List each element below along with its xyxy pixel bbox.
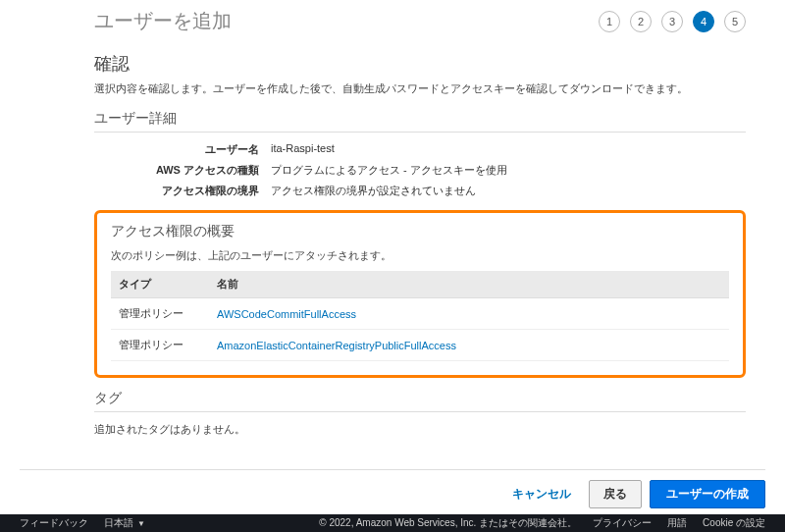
policy-type: 管理ポリシー bbox=[111, 298, 209, 330]
col-header-name: 名前 bbox=[209, 271, 729, 298]
footer-cookie[interactable]: Cookie の設定 bbox=[703, 516, 765, 530]
back-button[interactable]: 戻る bbox=[589, 480, 642, 508]
footer-privacy[interactable]: プライバシー bbox=[593, 516, 652, 530]
footer-terms[interactable]: 用語 bbox=[667, 516, 687, 530]
label-username: ユーザー名 bbox=[94, 142, 271, 157]
tags-title: タグ bbox=[94, 390, 746, 412]
value-perm-boundary: アクセス権限の境界が設定されていません bbox=[271, 184, 476, 198]
policy-link[interactable]: AmazonElasticContainerRegistryPublicFull… bbox=[217, 340, 456, 351]
wizard-steps: 1 2 3 4 5 bbox=[599, 11, 746, 32]
label-perm-boundary: アクセス権限の境界 bbox=[94, 184, 271, 198]
table-row: 管理ポリシー AWSCodeCommitFullAccess bbox=[111, 298, 729, 330]
footer: フィードバック 日本語 ▼ © 2022, Amazon Web Service… bbox=[0, 514, 785, 532]
create-user-button[interactable]: ユーザーの作成 bbox=[650, 480, 765, 508]
step-2[interactable]: 2 bbox=[630, 11, 652, 32]
value-username: ita-Raspi-test bbox=[271, 142, 335, 157]
step-3[interactable]: 3 bbox=[661, 11, 683, 32]
confirm-title: 確認 bbox=[94, 52, 746, 76]
tags-empty: 追加されたタグはありません。 bbox=[94, 422, 746, 437]
footer-copyright: © 2022, Amazon Web Services, Inc. またはその関… bbox=[319, 516, 577, 530]
permissions-desc: 次のポリシー例は、上記のユーザーにアタッチされます。 bbox=[111, 248, 729, 263]
step-4[interactable]: 4 bbox=[693, 11, 714, 32]
label-access-type: AWS アクセスの種類 bbox=[94, 163, 271, 178]
col-header-type: タイプ bbox=[111, 271, 209, 298]
value-access-type: プログラムによるアクセス - アクセスキーを使用 bbox=[271, 163, 507, 178]
footer-language[interactable]: 日本語 ▼ bbox=[104, 516, 145, 530]
table-row: 管理ポリシー AmazonElasticContainerRegistryPub… bbox=[111, 330, 729, 361]
policy-type: 管理ポリシー bbox=[111, 330, 209, 361]
confirm-desc: 選択内容を確認します。ユーザーを作成した後で、自動生成パスワードとアクセスキーを… bbox=[94, 81, 746, 96]
permissions-highlight: アクセス権限の概要 次のポリシー例は、上記のユーザーにアタッチされます。 タイプ… bbox=[94, 210, 746, 378]
policy-table: タイプ 名前 管理ポリシー AWSCodeCommitFullAccess 管理… bbox=[111, 271, 729, 361]
footer-language-label: 日本語 bbox=[104, 516, 133, 530]
step-1[interactable]: 1 bbox=[599, 11, 620, 32]
cancel-button[interactable]: キャンセル bbox=[502, 480, 581, 508]
button-bar: キャンセル 戻る ユーザーの作成 bbox=[20, 469, 765, 508]
user-details-title: ユーザー詳細 bbox=[94, 110, 746, 133]
policy-link[interactable]: AWSCodeCommitFullAccess bbox=[217, 308, 356, 320]
caret-down-icon: ▼ bbox=[137, 519, 145, 528]
step-5[interactable]: 5 bbox=[724, 11, 746, 32]
page-title: ユーザーを追加 bbox=[94, 8, 232, 34]
permissions-title: アクセス権限の概要 bbox=[111, 223, 729, 244]
footer-feedback[interactable]: フィードバック bbox=[20, 516, 88, 530]
